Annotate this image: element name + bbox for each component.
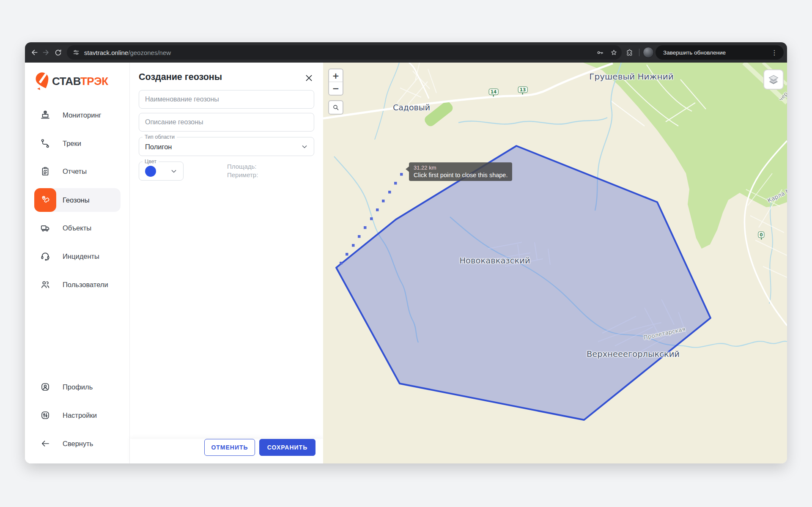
layers-icon [767,73,780,86]
back-button[interactable] [28,47,40,58]
close-panel-button[interactable] [303,72,314,83]
map-label-town: Грушевый Нижний [589,71,673,82]
sidebar-item-profile[interactable]: Профиль [34,375,121,399]
sidebar-item-settings[interactable]: Настройки [34,403,121,427]
desktop-background: stavtrack.online/geozones/new Завершить … [0,0,812,507]
sidebar-item-label: Профиль [63,383,93,391]
logo-text: СТАВТРЭК [52,75,108,88]
sidebar-item-label: Свернуть [63,440,93,448]
chevron-down-icon [300,143,309,151]
objects-truck-icon [34,216,56,240]
geozones-icon [34,188,56,212]
sidebar-item-tracks[interactable]: Треки [34,132,121,155]
sidebar-item-monitoring[interactable]: Мониторинг [34,103,121,127]
sidebar-item-reports[interactable]: Отчеты [34,159,121,183]
tracks-icon [34,132,56,155]
perimeter-label: Периметр: [227,171,258,179]
close-icon [304,74,313,82]
logo-pin-icon [34,71,51,91]
zoom-out-button[interactable]: − [329,82,343,95]
area-type-label: Тип области [143,134,177,140]
url-text: stavtrack.online/geozones/new [84,49,595,56]
sidebar-item-objects[interactable]: Объекты [34,216,121,240]
sidebar-item-label: Объекты [63,224,91,232]
map-label-town: Садовый [393,103,430,112]
panel-footer: ОТМЕНИТЬ СОХРАНИТЬ [130,439,323,463]
road-km-badge: 13 [518,87,528,93]
cancel-button[interactable]: ОТМЕНИТЬ [204,439,255,456]
profile-icon [34,375,56,399]
sidebar-item-label: Настройки [63,411,97,419]
browser-window: stavtrack.online/geozones/new Завершить … [25,42,787,463]
url-host: stavtrack.online [84,49,128,56]
profile-avatar[interactable] [643,47,654,58]
road-km-badge: 0 [758,232,764,238]
forward-button[interactable] [40,47,52,58]
sidebar-item-label: Инциденты [63,252,99,260]
map-layers-button[interactable] [763,69,784,90]
finish-update-label: Завершить обновление [663,49,771,56]
toolbar-divider [639,49,639,56]
app-content: СТАВТРЭК Мониторинг Треки [25,63,787,463]
password-key-button[interactable] [595,47,606,58]
panel-title: Создание геозоны [139,72,222,82]
geozone-create-panel: Создание геозоны Тип области Полигон Цве… [130,63,323,463]
geozone-metrics: Площадь: Периметр: [227,162,258,179]
area-label: Площадь: [227,162,258,171]
bookmark-star-button[interactable] [608,47,619,58]
reports-icon [34,159,56,183]
url-path: /geozones/new [128,49,171,56]
forward-icon [42,48,50,57]
save-button[interactable]: СОХРАНИТЬ [259,439,315,456]
search-icon [332,104,339,111]
site-settings-icon[interactable] [72,49,80,56]
sidebar-item-incidents[interactable]: Инциденты [34,244,121,268]
sidebar-item-users[interactable]: Пользователи [34,273,121,296]
draw-tooltip-hint: Click first point to close this shape. [414,172,508,178]
extensions-button[interactable] [623,47,635,58]
app-logo[interactable]: СТАВТРЭК [34,71,108,91]
draw-tooltip: 31.22 km Click first point to close this… [409,162,512,181]
users-icon [34,273,56,296]
browser-menu-icon: ⋮ [771,49,778,57]
finish-update-button[interactable]: Завершить обновление ⋮ [656,45,784,60]
sidebar-item-label: Треки [63,140,81,148]
browser-toolbar: stavtrack.online/geozones/new Завершить … [25,42,787,63]
puzzle-icon [625,49,634,57]
zoom-in-button[interactable]: + [329,69,343,82]
incidents-headset-icon [34,244,56,268]
star-icon [610,49,618,57]
sidebar-item-label: Пользователи [63,281,108,289]
sidebar-item-label: Отчеты [63,167,87,175]
key-icon [596,49,604,57]
map-canvas[interactable]: Грушевый Нижний Садовый Новокавказский В… [323,63,787,463]
draw-tooltip-distance: 31.22 km [414,164,508,171]
area-type-value: Полигон [145,143,172,151]
geozone-description-input[interactable] [139,113,314,132]
reload-button[interactable] [52,47,64,58]
map-search-button[interactable] [328,100,343,115]
back-icon [30,48,38,57]
address-bar[interactable]: stavtrack.online/geozones/new [67,45,622,60]
sidebar-item-label: Мониторинг [63,111,102,119]
map-zoom-control: + − [328,69,343,96]
road-km-badge: 14 [489,89,499,95]
geozone-name-input[interactable] [139,90,314,109]
collapse-arrow-icon [34,432,56,455]
map-label-town: Новокавказский [459,256,530,266]
map-base-art [323,63,787,463]
sidebar: СТАВТРЭК Мониторинг Треки [25,63,130,463]
color-swatch [145,166,156,177]
sidebar-item-label: Геозоны [63,196,90,204]
reload-icon [54,49,62,57]
settings-sliders-icon [34,403,56,427]
sidebar-item-collapse[interactable]: Свернуть [34,432,121,455]
map-label-town: Верхнееегорлыкский [587,349,680,359]
sidebar-item-geozones[interactable]: Геозоны [34,188,121,212]
monitoring-icon [34,103,56,127]
chevron-down-icon [170,167,178,175]
color-label: Цвет [143,159,159,164]
